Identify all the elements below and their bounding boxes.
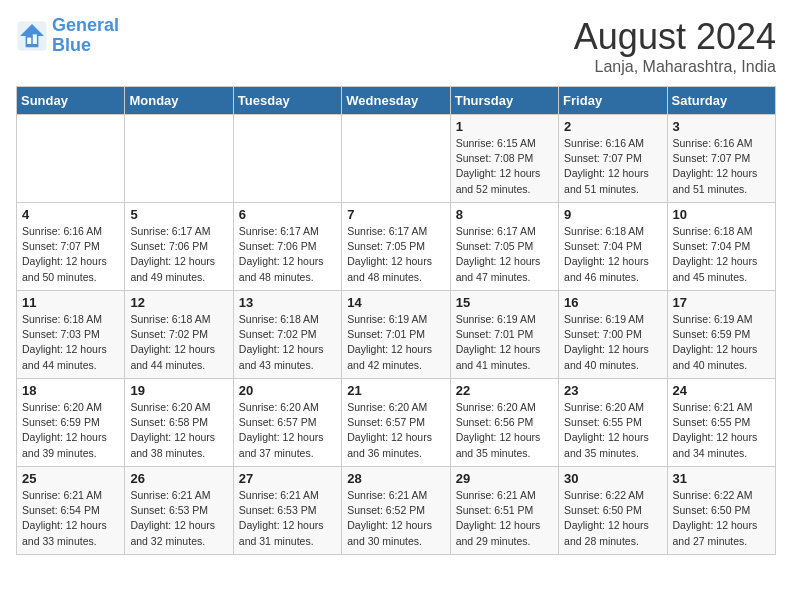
calendar-cell: 6Sunrise: 6:17 AM Sunset: 7:06 PM Daylig… <box>233 203 341 291</box>
day-info: Sunrise: 6:20 AM Sunset: 6:57 PM Dayligh… <box>239 400 336 461</box>
calendar-cell: 30Sunrise: 6:22 AM Sunset: 6:50 PM Dayli… <box>559 467 667 555</box>
svg-rect-2 <box>27 37 31 43</box>
calendar-cell: 27Sunrise: 6:21 AM Sunset: 6:53 PM Dayli… <box>233 467 341 555</box>
header: General Blue August 2024 Lanja, Maharash… <box>16 16 776 76</box>
calendar-cell: 28Sunrise: 6:21 AM Sunset: 6:52 PM Dayli… <box>342 467 450 555</box>
day-info: Sunrise: 6:18 AM Sunset: 7:02 PM Dayligh… <box>130 312 227 373</box>
day-info: Sunrise: 6:19 AM Sunset: 6:59 PM Dayligh… <box>673 312 770 373</box>
day-number: 10 <box>673 207 770 222</box>
calendar-cell: 25Sunrise: 6:21 AM Sunset: 6:54 PM Dayli… <box>17 467 125 555</box>
calendar-cell: 5Sunrise: 6:17 AM Sunset: 7:06 PM Daylig… <box>125 203 233 291</box>
day-info: Sunrise: 6:21 AM Sunset: 6:53 PM Dayligh… <box>239 488 336 549</box>
day-info: Sunrise: 6:18 AM Sunset: 7:02 PM Dayligh… <box>239 312 336 373</box>
logo-line2: Blue <box>52 35 91 55</box>
day-info: Sunrise: 6:18 AM Sunset: 7:03 PM Dayligh… <box>22 312 119 373</box>
logo-text: General Blue <box>52 16 119 56</box>
day-number: 27 <box>239 471 336 486</box>
day-info: Sunrise: 6:20 AM Sunset: 6:58 PM Dayligh… <box>130 400 227 461</box>
day-info: Sunrise: 6:22 AM Sunset: 6:50 PM Dayligh… <box>673 488 770 549</box>
calendar-cell: 14Sunrise: 6:19 AM Sunset: 7:01 PM Dayli… <box>342 291 450 379</box>
day-number: 21 <box>347 383 444 398</box>
calendar-cell: 31Sunrise: 6:22 AM Sunset: 6:50 PM Dayli… <box>667 467 775 555</box>
day-number: 17 <box>673 295 770 310</box>
day-header-thursday: Thursday <box>450 87 558 115</box>
calendar-cell: 26Sunrise: 6:21 AM Sunset: 6:53 PM Dayli… <box>125 467 233 555</box>
calendar-cell: 8Sunrise: 6:17 AM Sunset: 7:05 PM Daylig… <box>450 203 558 291</box>
day-number: 29 <box>456 471 553 486</box>
day-info: Sunrise: 6:17 AM Sunset: 7:06 PM Dayligh… <box>130 224 227 285</box>
calendar-cell: 11Sunrise: 6:18 AM Sunset: 7:03 PM Dayli… <box>17 291 125 379</box>
day-info: Sunrise: 6:16 AM Sunset: 7:07 PM Dayligh… <box>564 136 661 197</box>
day-number: 19 <box>130 383 227 398</box>
day-info: Sunrise: 6:20 AM Sunset: 6:56 PM Dayligh… <box>456 400 553 461</box>
day-number: 23 <box>564 383 661 398</box>
calendar-cell: 4Sunrise: 6:16 AM Sunset: 7:07 PM Daylig… <box>17 203 125 291</box>
calendar-cell: 29Sunrise: 6:21 AM Sunset: 6:51 PM Dayli… <box>450 467 558 555</box>
day-info: Sunrise: 6:21 AM Sunset: 6:51 PM Dayligh… <box>456 488 553 549</box>
day-number: 16 <box>564 295 661 310</box>
calendar-week-row: 18Sunrise: 6:20 AM Sunset: 6:59 PM Dayli… <box>17 379 776 467</box>
calendar-cell: 2Sunrise: 6:16 AM Sunset: 7:07 PM Daylig… <box>559 115 667 203</box>
day-header-monday: Monday <box>125 87 233 115</box>
calendar-week-row: 1Sunrise: 6:15 AM Sunset: 7:08 PM Daylig… <box>17 115 776 203</box>
day-number: 26 <box>130 471 227 486</box>
calendar-cell: 17Sunrise: 6:19 AM Sunset: 6:59 PM Dayli… <box>667 291 775 379</box>
day-info: Sunrise: 6:17 AM Sunset: 7:05 PM Dayligh… <box>347 224 444 285</box>
calendar-cell: 18Sunrise: 6:20 AM Sunset: 6:59 PM Dayli… <box>17 379 125 467</box>
day-header-friday: Friday <box>559 87 667 115</box>
day-number: 9 <box>564 207 661 222</box>
day-info: Sunrise: 6:18 AM Sunset: 7:04 PM Dayligh… <box>673 224 770 285</box>
logo-icon <box>16 20 48 52</box>
day-info: Sunrise: 6:19 AM Sunset: 7:01 PM Dayligh… <box>347 312 444 373</box>
day-header-wednesday: Wednesday <box>342 87 450 115</box>
calendar-cell: 13Sunrise: 6:18 AM Sunset: 7:02 PM Dayli… <box>233 291 341 379</box>
day-info: Sunrise: 6:21 AM Sunset: 6:52 PM Dayligh… <box>347 488 444 549</box>
calendar-cell <box>342 115 450 203</box>
calendar-cell <box>125 115 233 203</box>
day-number: 22 <box>456 383 553 398</box>
calendar-cell: 9Sunrise: 6:18 AM Sunset: 7:04 PM Daylig… <box>559 203 667 291</box>
day-number: 28 <box>347 471 444 486</box>
day-number: 4 <box>22 207 119 222</box>
day-info: Sunrise: 6:17 AM Sunset: 7:06 PM Dayligh… <box>239 224 336 285</box>
day-info: Sunrise: 6:21 AM Sunset: 6:55 PM Dayligh… <box>673 400 770 461</box>
page-title: August 2024 <box>574 16 776 58</box>
day-header-sunday: Sunday <box>17 87 125 115</box>
day-number: 15 <box>456 295 553 310</box>
day-number: 3 <box>673 119 770 134</box>
calendar-cell: 23Sunrise: 6:20 AM Sunset: 6:55 PM Dayli… <box>559 379 667 467</box>
day-info: Sunrise: 6:21 AM Sunset: 6:54 PM Dayligh… <box>22 488 119 549</box>
day-info: Sunrise: 6:20 AM Sunset: 6:59 PM Dayligh… <box>22 400 119 461</box>
calendar-cell: 24Sunrise: 6:21 AM Sunset: 6:55 PM Dayli… <box>667 379 775 467</box>
day-info: Sunrise: 6:17 AM Sunset: 7:05 PM Dayligh… <box>456 224 553 285</box>
day-number: 31 <box>673 471 770 486</box>
day-header-saturday: Saturday <box>667 87 775 115</box>
day-info: Sunrise: 6:22 AM Sunset: 6:50 PM Dayligh… <box>564 488 661 549</box>
calendar-table: SundayMondayTuesdayWednesdayThursdayFrid… <box>16 86 776 555</box>
calendar-week-row: 4Sunrise: 6:16 AM Sunset: 7:07 PM Daylig… <box>17 203 776 291</box>
day-number: 18 <box>22 383 119 398</box>
day-info: Sunrise: 6:16 AM Sunset: 7:07 PM Dayligh… <box>22 224 119 285</box>
logo-line1: General <box>52 15 119 35</box>
day-info: Sunrise: 6:21 AM Sunset: 6:53 PM Dayligh… <box>130 488 227 549</box>
svg-rect-3 <box>33 34 37 44</box>
title-block: August 2024 Lanja, Maharashtra, India <box>574 16 776 76</box>
day-number: 14 <box>347 295 444 310</box>
day-number: 24 <box>673 383 770 398</box>
calendar-cell: 10Sunrise: 6:18 AM Sunset: 7:04 PM Dayli… <box>667 203 775 291</box>
calendar-cell <box>17 115 125 203</box>
calendar-cell: 21Sunrise: 6:20 AM Sunset: 6:57 PM Dayli… <box>342 379 450 467</box>
day-number: 2 <box>564 119 661 134</box>
calendar-cell: 22Sunrise: 6:20 AM Sunset: 6:56 PM Dayli… <box>450 379 558 467</box>
day-number: 1 <box>456 119 553 134</box>
day-number: 11 <box>22 295 119 310</box>
calendar-cell: 19Sunrise: 6:20 AM Sunset: 6:58 PM Dayli… <box>125 379 233 467</box>
calendar-cell: 16Sunrise: 6:19 AM Sunset: 7:00 PM Dayli… <box>559 291 667 379</box>
day-number: 12 <box>130 295 227 310</box>
calendar-cell: 15Sunrise: 6:19 AM Sunset: 7:01 PM Dayli… <box>450 291 558 379</box>
calendar-cell: 7Sunrise: 6:17 AM Sunset: 7:05 PM Daylig… <box>342 203 450 291</box>
day-info: Sunrise: 6:19 AM Sunset: 7:01 PM Dayligh… <box>456 312 553 373</box>
day-number: 5 <box>130 207 227 222</box>
day-number: 30 <box>564 471 661 486</box>
day-number: 6 <box>239 207 336 222</box>
